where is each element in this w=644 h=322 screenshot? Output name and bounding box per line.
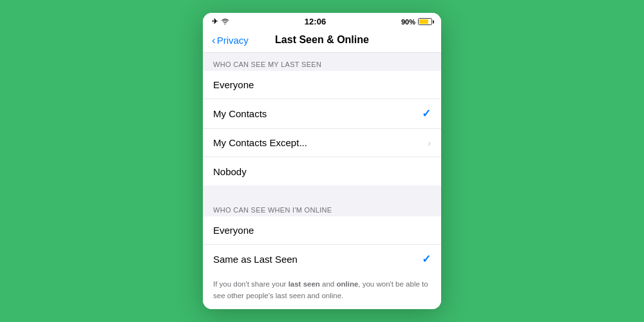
wifi-icon (221, 18, 229, 26)
row-label-contacts-except: My Contacts Except... (213, 137, 428, 148)
list-item[interactable]: Everyone (203, 71, 441, 99)
status-bar: ✈ 12:06 90% (203, 13, 441, 29)
row-label-my-contacts: My Contacts (213, 108, 422, 119)
list-item[interactable]: Same as Last Seen ✓ (203, 245, 441, 274)
battery-icon (418, 18, 432, 25)
status-left: ✈ (212, 17, 229, 26)
back-label: Privacy (217, 35, 249, 46)
section-header-1: WHO CAN SEE MY LAST SEEN (203, 53, 441, 71)
status-right: 90% (401, 18, 432, 26)
battery-fill (419, 19, 428, 24)
section-gap (203, 185, 441, 198)
row-label-nobody: Nobody (213, 166, 431, 177)
back-button[interactable]: ‹ Privacy (212, 35, 257, 46)
row-label-same-as-last-seen: Same as Last Seen (213, 254, 422, 265)
status-time: 12:06 (305, 17, 326, 26)
chevron-right-icon: › (428, 138, 431, 148)
airplane-icon: ✈ (212, 17, 218, 26)
nav-bar: ‹ Privacy Last Seen & Online (203, 29, 441, 53)
last-seen-group: Everyone My Contacts ✓ My Contacts Excep… (203, 71, 441, 185)
list-item[interactable]: Nobody (203, 157, 441, 185)
page-title: Last Seen & Online (257, 34, 387, 46)
row-label-everyone: Everyone (213, 79, 431, 90)
checkmark-icon: ✓ (422, 252, 431, 266)
section-header-2: WHO CAN SEE WHEN I'M ONLINE (203, 198, 441, 216)
battery-percent: 90% (401, 18, 415, 26)
checkmark-icon: ✓ (422, 107, 431, 120)
online-group: Everyone Same as Last Seen ✓ (203, 216, 441, 274)
phone-card: ✈ 12:06 90% ‹ Privacy Last Seen (203, 13, 441, 309)
back-chevron-icon: ‹ (212, 35, 216, 46)
footer-text: If you don't share your last seen and on… (203, 274, 441, 309)
list-item[interactable]: My Contacts ✓ (203, 99, 441, 129)
row-label-everyone-online: Everyone (213, 225, 431, 236)
list-item[interactable]: Everyone (203, 216, 441, 245)
list-item[interactable]: My Contacts Except... › (203, 129, 441, 157)
